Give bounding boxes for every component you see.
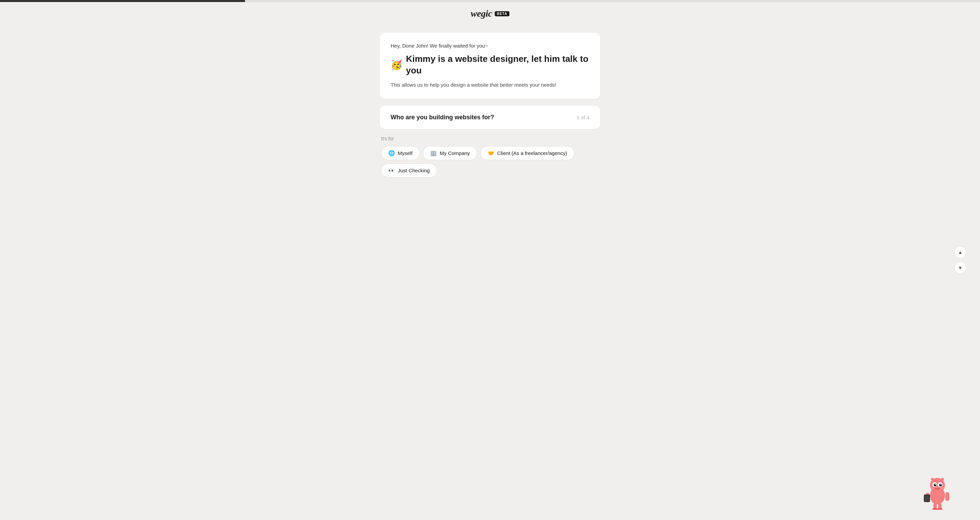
question-counter: 1 of 4 (576, 114, 589, 120)
up-chevron-icon: ▲ (958, 249, 963, 255)
mascot-svg (922, 472, 953, 510)
options-section: It's for 🌐 Myself 🏢 My Company 🤝 Client … (380, 136, 600, 181)
svg-rect-15 (945, 492, 950, 501)
nav-arrows: ▲ ▼ (954, 246, 966, 274)
progress-bar-container (0, 0, 980, 2)
logo-wrapper: wegic BETA (471, 8, 509, 19)
welcome-emoji: 🥳 (391, 59, 402, 71)
svg-point-10 (931, 486, 934, 489)
mascot (922, 472, 953, 510)
options-label: It's for (381, 136, 599, 141)
welcome-greeting: Hey, Done John! We finally waited for yo… (391, 43, 589, 49)
options-row-1: 🌐 Myself 🏢 My Company 🤝 Client (As a fre… (381, 146, 599, 160)
svg-point-18 (932, 508, 938, 510)
welcome-description: This allows us to help you design a webs… (391, 81, 589, 89)
progress-bar-fill (0, 0, 245, 2)
option-myself[interactable]: 🌐 Myself (381, 146, 420, 160)
svg-point-7 (940, 484, 942, 485)
option-client-emoji: 🤝 (488, 150, 495, 156)
svg-rect-14 (924, 495, 929, 501)
option-myself-emoji: 🌐 (388, 150, 395, 156)
beta-badge: BETA (495, 11, 509, 16)
option-myself-label: Myself (398, 150, 412, 156)
options-row-2: 👀 Just Checking (381, 163, 599, 178)
question-card: Who are you building websites for? 1 of … (380, 106, 600, 129)
svg-point-9 (941, 478, 944, 480)
option-my-company[interactable]: 🏢 My Company (423, 146, 477, 160)
svg-point-6 (935, 484, 936, 485)
svg-point-19 (937, 508, 943, 510)
option-just-checking-emoji: 👀 (388, 167, 395, 174)
nav-arrow-up[interactable]: ▲ (954, 246, 966, 258)
welcome-title-text: Kimmy is a website designer, let him tal… (406, 53, 589, 76)
option-client[interactable]: 🤝 Client (As a freelancer/agency) (480, 146, 574, 160)
header: wegic BETA (0, 2, 980, 22)
option-just-checking[interactable]: 👀 Just Checking (381, 163, 437, 178)
welcome-card: Hey, Done John! We finally waited for yo… (380, 33, 600, 99)
svg-point-8 (931, 478, 934, 480)
option-just-checking-label: Just Checking (398, 168, 430, 173)
option-my-company-emoji: 🏢 (430, 150, 437, 156)
down-chevron-icon: ▼ (958, 265, 963, 271)
svg-point-11 (941, 486, 944, 489)
welcome-title: 🥳 Kimmy is a website designer, let him t… (391, 53, 589, 76)
option-client-label: Client (As a freelancer/agency) (497, 150, 567, 156)
nav-arrow-down[interactable]: ▼ (954, 262, 966, 274)
question-text: Who are you building websites for? (391, 114, 494, 121)
main-content: Hey, Done John! We finally waited for yo… (374, 26, 606, 194)
option-my-company-label: My Company (440, 150, 469, 156)
logo-text: wegic (471, 8, 492, 19)
